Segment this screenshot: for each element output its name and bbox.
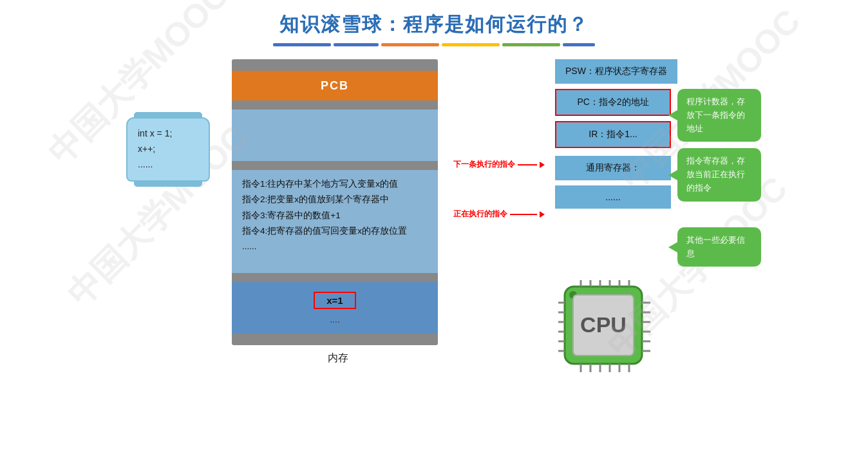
callout-pc: 程序计数器，存放下一条指令的地址 xyxy=(677,89,761,142)
instr-2: 指令2:把变量x的值放到某个寄存器中 xyxy=(242,192,428,207)
color-seg-5 xyxy=(502,43,560,46)
color-seg-4 xyxy=(442,43,500,46)
code-scroll: int x = 1; x++; ...... xyxy=(126,117,210,182)
mem-blue-top xyxy=(232,109,438,161)
code-line-2: x++; xyxy=(138,142,198,157)
arrow-area: 下一条执行的指令 正在执行的指令 xyxy=(453,159,545,220)
arrow-next-head xyxy=(540,162,545,168)
reg-general: 通用寄存器： xyxy=(555,156,671,180)
cpu-label: CPU xyxy=(580,312,627,337)
code-line-3: ...... xyxy=(138,157,198,173)
mem-gray-bottom xyxy=(232,334,438,345)
psw-row: PSW：程序状态字寄存器 xyxy=(555,59,677,84)
reg-psw: PSW：程序状态字寄存器 xyxy=(555,59,677,84)
reg-pc: PC：指令2的地址 xyxy=(555,89,671,116)
color-seg-2 xyxy=(334,43,379,46)
mem-gray-sep2 xyxy=(232,161,438,170)
mem-data: x=1 .... xyxy=(232,282,438,334)
callouts-column: 程序计数器，存放下一条指令的地址 指令寄存器，存放当前正在执行的指令 其他一些必… xyxy=(677,89,761,267)
arrow-next-line xyxy=(518,164,537,165)
memory-block: PCB 指令1:往内存中某个地方写入变量x的值 指令2:把变量x的值放到某个寄存… xyxy=(232,59,438,345)
instr-5: ...... xyxy=(242,239,428,254)
instr-3: 指令3:寄存器中的数值+1 xyxy=(242,208,428,223)
cpu-image-row: CPU xyxy=(555,277,652,373)
arrow-current-line xyxy=(510,214,537,215)
title-area: 知识滚雪球：程序是如何运行的？ xyxy=(0,0,868,46)
code-line-1: int x = 1; xyxy=(138,126,198,142)
callout-other: 其他一些必要信息 xyxy=(677,227,761,267)
cpu-chip-icon: CPU xyxy=(555,277,652,373)
instr-4: 指令4:把寄存器的值写回变量x的存放位置 xyxy=(242,223,428,239)
mem-top-gray xyxy=(232,59,438,71)
color-seg-6 xyxy=(563,43,595,46)
arrow-next: 下一条执行的指令 xyxy=(453,159,545,170)
instr-1: 指令1:往内存中某个地方写入变量x的值 xyxy=(242,176,428,192)
color-seg-3 xyxy=(381,43,439,46)
callout-ir: 指令寄存器，存放当前正在执行的指令 xyxy=(677,148,761,201)
arrow-next-label: 下一条执行的指令 xyxy=(453,159,515,170)
cpu-section: PSW：程序状态字寄存器 PC：指令2的地址 IR：指令1... 通用寄存器： … xyxy=(555,59,761,373)
arrow-current: 正在执行的指令 xyxy=(453,209,545,220)
mem-gray-sep3 xyxy=(232,273,438,282)
mem-data-dots: .... xyxy=(330,314,340,325)
arrow-current-label: 正在执行的指令 xyxy=(453,209,507,220)
mem-instructions: 指令1:往内存中某个地方写入变量x的值 指令2:把变量x的值放到某个寄存器中 指… xyxy=(232,170,438,273)
reg-ir: IR：指令1... xyxy=(555,121,671,148)
reg-dots: ...... xyxy=(555,185,671,209)
memory-label: 内存 xyxy=(328,352,348,365)
page-title: 知识滚雪球：程序是如何运行的？ xyxy=(0,12,868,38)
arrow-current-head xyxy=(540,211,545,218)
color-bar xyxy=(0,43,868,46)
mem-x-value: x=1 xyxy=(314,292,355,309)
mem-gray-sep1 xyxy=(232,100,438,109)
color-seg-1 xyxy=(273,43,331,46)
mem-pcb: PCB xyxy=(232,71,438,100)
